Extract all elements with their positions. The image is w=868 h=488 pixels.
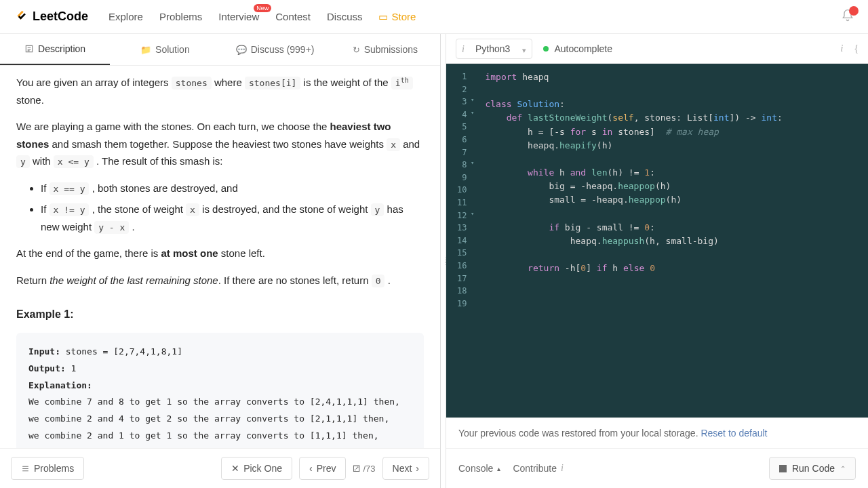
- shuffle-icon: ✕: [231, 463, 239, 474]
- right-bottom-bar: Console ▴ Contribute i Run Code ⌃: [446, 448, 868, 488]
- nav-explore[interactable]: Explore: [108, 11, 143, 22]
- run-icon: [779, 465, 787, 472]
- chevron-left-icon: ‹: [309, 463, 313, 474]
- example-block: Input: stones = [2,7,4,1,8,1] Output: 1 …: [16, 333, 424, 448]
- language-select[interactable]: i Python3 ▾: [456, 39, 532, 59]
- code-i: ith: [391, 77, 413, 89]
- chevron-right-icon: ›: [416, 463, 419, 474]
- restore-notice: Your previous code was restored from you…: [446, 418, 868, 448]
- editor-info-icon[interactable]: i: [840, 43, 843, 54]
- top-nav: LeetCode Explore Problems InterviewNew C…: [0, 0, 868, 34]
- example-heading: Example 1:: [16, 305, 424, 323]
- shuffle-small-icon: ⚂: [353, 464, 360, 474]
- status-dot-icon: [543, 46, 549, 52]
- left-pane: Description 📁 Solution 💬 Discuss (999+) …: [0, 34, 441, 488]
- chevron-up-icon: ▴: [497, 465, 500, 472]
- nav-store[interactable]: ▭Store: [378, 11, 416, 23]
- line-gutter: 123▾4▾5678▾9101112▾13141516171819: [446, 64, 481, 418]
- problems-button[interactable]: Problems: [11, 457, 84, 480]
- run-code-button[interactable]: Run Code ⌃: [769, 457, 856, 480]
- chevron-down-icon: ▾: [522, 46, 526, 55]
- brand-text: LeetCode: [33, 9, 88, 24]
- discuss-icon: 💬: [236, 45, 247, 55]
- code-stones-i: stones[i]: [245, 77, 300, 89]
- nav-contest[interactable]: Contest: [275, 11, 311, 22]
- left-bottom-bar: Problems ✕ Pick One ‹ Prev ⚂ /73 Next: [0, 448, 440, 488]
- nav-interview[interactable]: InterviewNew: [218, 11, 259, 22]
- nav-discuss[interactable]: Discuss: [327, 11, 363, 22]
- solution-icon: 📁: [140, 45, 151, 55]
- contribute-link[interactable]: Contribute i: [513, 463, 563, 474]
- leetcode-icon: [14, 9, 28, 24]
- tab-solution[interactable]: 📁 Solution: [110, 34, 220, 65]
- chevron-up-icon: ⌃: [840, 465, 846, 472]
- autocomplete-status: Autocomplete: [543, 43, 612, 54]
- code-editor[interactable]: 123▾4▾5678▾9101112▾13141516171819 import…: [446, 64, 868, 418]
- prev-button[interactable]: ‹ Prev: [299, 457, 346, 480]
- tab-submissions[interactable]: ↻ Submissions: [330, 34, 440, 65]
- pane-splitter[interactable]: ⋮⋮: [441, 34, 446, 488]
- tab-description[interactable]: Description: [0, 34, 110, 65]
- left-tabs: Description 📁 Solution 💬 Discuss (999+) …: [0, 34, 440, 66]
- description-icon: [24, 44, 34, 54]
- submissions-icon: ↻: [353, 45, 360, 55]
- pick-one-button[interactable]: ✕ Pick One: [221, 457, 292, 480]
- right-pane: i Python3 ▾ Autocomplete i { 123▾4▾5678▾…: [446, 34, 868, 488]
- info-icon: i: [561, 463, 564, 474]
- list-icon: [21, 464, 30, 473]
- console-toggle[interactable]: Console ▴: [458, 463, 500, 474]
- pager: ✕ Pick One ‹ Prev ⚂ /73 Next ›: [221, 457, 429, 480]
- code-stones: stones: [172, 77, 212, 89]
- editor-settings-icon[interactable]: {: [854, 43, 859, 54]
- next-button[interactable]: Next ›: [382, 457, 429, 480]
- info-icon: i: [462, 44, 465, 55]
- tab-discuss[interactable]: 💬 Discuss (999+): [220, 34, 330, 65]
- nav-problems[interactable]: Problems: [159, 11, 202, 22]
- notif-badge: [849, 6, 859, 16]
- page-count: ⚂ /73: [353, 464, 375, 474]
- editor-toolbar: i Python3 ▾ Autocomplete i {: [446, 34, 868, 64]
- new-badge: New: [254, 4, 271, 12]
- problem-description: You are given an array of integers stone…: [0, 66, 440, 448]
- header-right: [841, 9, 854, 24]
- code-area[interactable]: import heapq class Solution: def lastSto…: [481, 64, 791, 418]
- logo[interactable]: LeetCode: [14, 9, 88, 24]
- nav-links: Explore Problems InterviewNew Contest Di…: [108, 11, 416, 23]
- grip-icon: ⋮⋮: [442, 259, 449, 263]
- reset-link[interactable]: Reset to default: [701, 428, 767, 439]
